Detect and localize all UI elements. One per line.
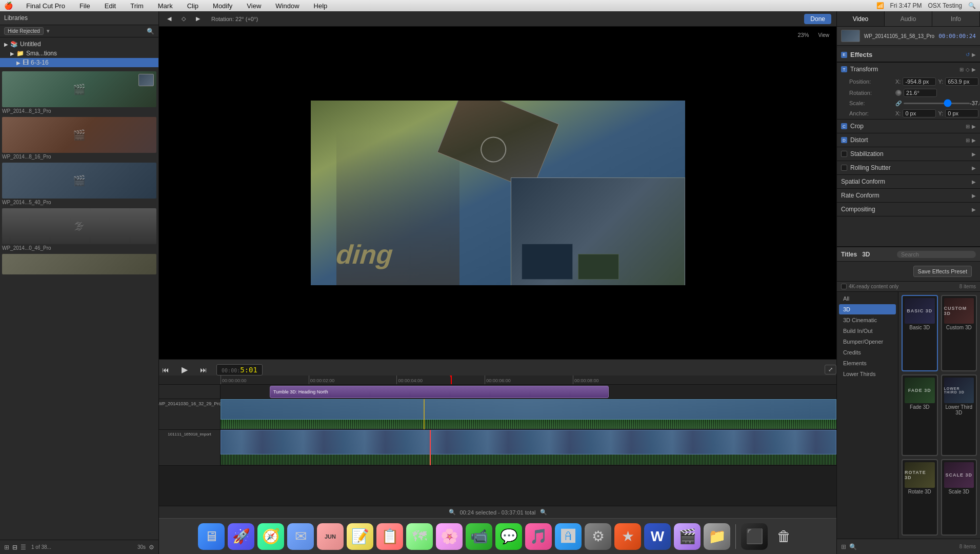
menu-trim[interactable]: Trim <box>127 1 147 11</box>
compositing-expand[interactable]: ▶ <box>972 207 976 212</box>
compositing-header[interactable]: Compositing ▶ <box>837 203 980 216</box>
menu-edit[interactable]: Edit <box>102 1 119 11</box>
video-clip-1[interactable] <box>221 399 836 420</box>
tab-video[interactable]: Video <box>837 11 885 26</box>
save-effects-preset-btn[interactable]: Save Effects Preset <box>913 266 972 277</box>
rotation-dial[interactable] <box>895 90 902 96</box>
stabilization-expand[interactable]: ▶ <box>972 151 976 157</box>
grid-view-icon[interactable]: ⊟ <box>12 544 17 551</box>
distort-expand[interactable]: ▶ <box>972 137 976 143</box>
crop-expand[interactable]: ▶ <box>972 124 976 129</box>
rolling-shutter-checkbox[interactable] <box>841 165 847 171</box>
stabilization-header[interactable]: Stabilization ▶ <box>837 147 980 161</box>
spatial-expand[interactable]: ▶ <box>972 179 976 185</box>
clip-item[interactable]: 🎬 WP_2014...8_13_Pro <box>2 71 156 115</box>
cat-credits[interactable]: Credits <box>839 347 896 358</box>
stabilization-checkbox[interactable] <box>841 151 847 157</box>
search-icon[interactable]: 🔍 <box>147 28 154 35</box>
playhead[interactable] <box>451 375 452 384</box>
menu-file[interactable]: File <box>76 1 93 11</box>
clip-item[interactable]: 🌫 WP_2014...0_46_Pro <box>2 208 156 252</box>
title-card-scale-3d[interactable]: SCALE 3D Scale 3D <box>941 459 977 536</box>
dock-sysprefs[interactable]: ⚙ <box>585 523 611 550</box>
dock-trash[interactable]: 🗑 <box>771 523 797 550</box>
list-view-icon[interactable]: ⊞ <box>4 544 9 551</box>
spatial-conform-header[interactable]: Spatial Conform ▶ <box>837 175 980 188</box>
dock-finder2[interactable]: 📁 <box>704 523 730 550</box>
pos-y-field[interactable]: 653.9 px <box>945 77 978 86</box>
clip-item[interactable]: 🎬 WP_2014...5_40_Pro <box>2 163 156 206</box>
rotation-field[interactable]: 21.6° <box>904 89 937 97</box>
title-card-lower-third-3d[interactable]: LOWER THIRD 3D Lower Third 3D <box>941 374 977 457</box>
transform-keyframe-icon[interactable]: ◇ <box>966 67 970 72</box>
prev-frame-btn[interactable]: ◀ <box>164 13 174 24</box>
4k-filter-checkbox[interactable] <box>841 284 847 289</box>
dock-reminders[interactable]: 📋 <box>376 523 403 550</box>
transform-grid-icon[interactable]: ⊞ <box>959 67 964 72</box>
cat-elements[interactable]: Elements <box>839 358 896 368</box>
menu-mark[interactable]: Mark <box>155 1 176 11</box>
title-card-basic-3d[interactable]: BASIC 3D Basic 3D <box>902 295 938 371</box>
library-item-untitled[interactable]: ▶ 📚 Untitled <box>0 39 158 49</box>
match-btn[interactable]: ◇ <box>178 13 189 24</box>
video-clip-2[interactable] <box>221 430 836 454</box>
clip-item[interactable]: 🎬 WP_2014...8_16_Pro <box>2 117 156 161</box>
add-to-timeline-icon[interactable]: ⊞ <box>841 543 846 550</box>
anchor-y-field[interactable]: 0 px <box>945 109 978 117</box>
rolling-shutter-header[interactable]: Rolling Shutter ▶ <box>837 161 980 174</box>
pos-x-field[interactable]: -954.8 px <box>903 77 936 86</box>
track-content[interactable]: Tumble 3D: Heading North <box>221 385 836 399</box>
play-btn[interactable]: ▶ <box>178 363 191 377</box>
dock-itunes[interactable]: 🎵 <box>525 523 552 550</box>
distort-header[interactable]: D Distort ⊞ ▶ <box>837 133 980 147</box>
title-card-custom-3d[interactable]: CUSTOM 3D Custom 3D <box>941 295 977 371</box>
search-icon-titles[interactable]: 🔍 <box>849 543 857 550</box>
effects-reset[interactable]: ↺ <box>966 52 970 57</box>
track-content-video2[interactable] <box>221 430 836 465</box>
search-icon[interactable]: 🔍 <box>968 2 976 9</box>
crop-header[interactable]: C Crop ⊞ ▶ <box>837 120 980 133</box>
dock-safari[interactable]: 🧭 <box>257 523 284 550</box>
rolling-shutter-expand[interactable]: ▶ <box>972 165 976 171</box>
anchor-x-field[interactable]: 0 px <box>903 109 936 117</box>
cat-lower-thirds[interactable]: Lower Thirds <box>839 369 896 379</box>
dock-maps[interactable]: 🗺 <box>406 523 433 550</box>
dock-photos[interactable]: 🌸 <box>436 523 463 550</box>
apple-menu[interactable]: 🍎 <box>4 2 13 10</box>
go-to-start-btn[interactable]: ⏮ <box>159 364 172 376</box>
dock-facetime[interactable]: 📹 <box>466 523 492 550</box>
cat-bumper-opener[interactable]: Bumper/Opener <box>839 337 896 347</box>
filmstrip-icon[interactable]: ☰ <box>21 544 26 551</box>
title-clip[interactable]: Tumble 3D: Heading North <box>270 386 609 398</box>
cat-all[interactable]: All <box>839 293 896 304</box>
dock-notes[interactable]: 📝 <box>347 523 373 550</box>
next-frame-btn[interactable]: ▶ <box>193 13 203 24</box>
rate-expand[interactable]: ▶ <box>972 193 976 199</box>
dock-messages[interactable]: 💬 <box>495 523 522 550</box>
overlay-clip-office[interactable] <box>511 177 685 285</box>
tab-audio[interactable]: Audio <box>885 11 932 26</box>
cat-3d-cinematic[interactable]: 3D Cinematic <box>839 315 896 325</box>
scale-slider[interactable] <box>904 103 970 104</box>
clip-item[interactable] <box>2 254 156 274</box>
menu-clip[interactable]: Clip <box>184 1 202 11</box>
hide-rejected-btn[interactable]: Hide Rejected <box>4 27 44 35</box>
effects-header[interactable]: E Effects ↺ ▶ <box>837 48 980 62</box>
menu-view[interactable]: View <box>244 1 264 11</box>
titles-search-input[interactable] <box>897 251 976 258</box>
dock-word[interactable]: W <box>644 523 671 550</box>
fullscreen-btn[interactable]: ⤢ <box>825 365 836 374</box>
transform-header[interactable]: T Transform ⊞ ◇ ▶ <box>837 63 980 76</box>
dock-finder[interactable]: 🖥 <box>198 523 225 550</box>
scale-link-icon[interactable]: 🔗 <box>895 101 902 106</box>
menu-help[interactable]: Help <box>311 1 331 11</box>
dock-appstore[interactable]: 🅰 <box>555 523 582 550</box>
transform-expand[interactable]: ▶ <box>972 67 976 72</box>
done-button[interactable]: Done <box>804 14 831 24</box>
dock-calendar[interactable]: JUN <box>317 523 344 550</box>
settings-icon[interactable]: ⚙ <box>149 544 154 551</box>
distort-grid-icon[interactable]: ⊞ <box>966 137 970 143</box>
title-card-rotate-3d[interactable]: ROTATE 3D Rotate 3D <box>902 459 938 536</box>
cat-build-in-out[interactable]: Build In/Out <box>839 326 896 336</box>
dock-finalcut[interactable]: 🎬 <box>674 523 701 550</box>
